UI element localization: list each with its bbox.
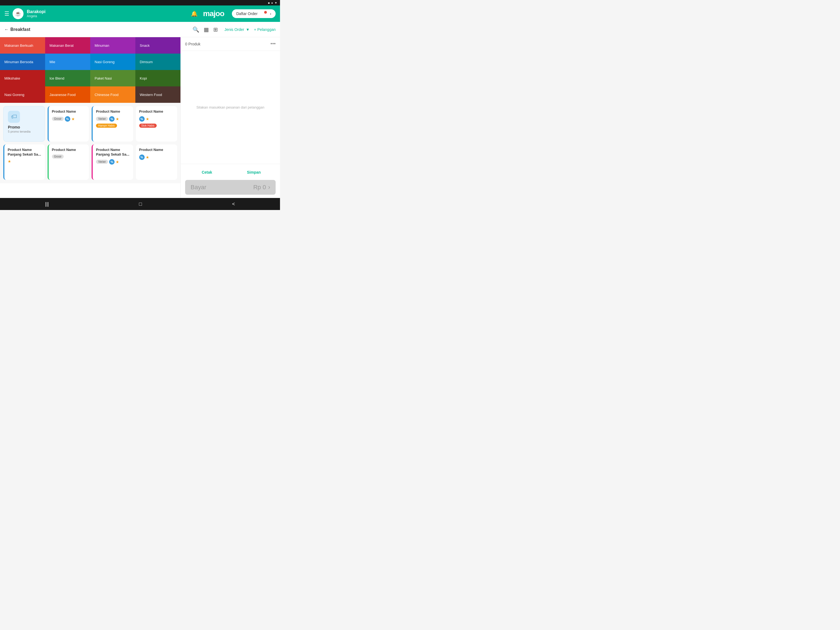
product-card-6[interactable]: Product Name Panjang Sekali Sa... Varian… <box>92 144 133 180</box>
category-grid: Makanan Berkuah Makanan Berat Minuman Sn… <box>0 37 180 103</box>
category-makanan-berat[interactable]: Makanan Berat <box>45 37 90 54</box>
product-badges-1: Grosir % ★ <box>52 116 86 122</box>
jenis-order-label: Jenis Order <box>224 27 244 32</box>
product-badges-4: ★ <box>8 159 41 164</box>
star-icon-6: ★ <box>116 160 119 164</box>
product-card-5[interactable]: Product Name Grosir <box>47 144 89 180</box>
category-western-food[interactable]: Western Food <box>135 87 180 103</box>
bell-icon[interactable]: 🔔 <box>191 10 198 17</box>
category-chinesse-food[interactable]: Chinesse Food <box>90 87 135 103</box>
star-icon-3: ★ <box>146 117 149 121</box>
product-name-6: Product Name Panjang Sekali Sa... <box>96 148 130 157</box>
star-icon-7: ★ <box>146 155 149 159</box>
category-minuman-bersoda[interactable]: Minuman Bersoda <box>0 54 45 70</box>
bottom-nav: ||| □ < <box>0 198 280 210</box>
promo-card[interactable]: 🏷 Promo 5 promo tersedia <box>3 106 45 142</box>
jenis-order-dropdown-icon: ▼ <box>246 27 249 32</box>
brand-sub: Angela <box>27 14 46 18</box>
promo-subtitle: 5 promo tersedia <box>8 130 31 133</box>
badge-grosir-5: Grosir <box>52 155 64 159</box>
order-count: 0 Produk <box>185 42 201 46</box>
menu-icon[interactable]: ☰ <box>5 10 9 17</box>
back-button[interactable]: ← Breakfast <box>5 27 30 32</box>
category-javanesse-food[interactable]: Javanesse Food <box>45 87 90 103</box>
products-grid: 🏷 Promo 5 promo tersedia Product Name Gr… <box>3 106 177 180</box>
discount-icon-2: % <box>109 116 115 122</box>
status-bar: ■ ● ▼ <box>0 0 280 5</box>
status-icon-2: ● <box>271 2 273 5</box>
back-icon: ← <box>5 27 9 32</box>
star-icon-4: ★ <box>8 159 11 164</box>
order-empty-message: Silakan masukkan pesanan dari pelanggan <box>181 51 280 164</box>
order-notification-dot <box>264 11 267 14</box>
order-btn-label: Daftar Order <box>236 11 257 16</box>
majoo-logo: majoo <box>203 9 224 18</box>
left-panel: Makanan Berkuah Makanan Berat Minuman Sn… <box>0 37 180 198</box>
main-content: Makanan Berkuah Makanan Berat Minuman Sn… <box>0 37 280 198</box>
order-footer: Cetak Simpan Bayar Rp 0 › <box>181 164 280 198</box>
brand-name: Barakopi <box>27 9 46 14</box>
category-makanan-berkuah[interactable]: Makanan Berkuah <box>0 37 45 54</box>
bayar-chevron-icon: › <box>268 184 270 191</box>
badge-varian-6: Varian <box>96 160 108 164</box>
home-icon[interactable]: □ <box>139 201 142 207</box>
cetak-button[interactable]: Cetak <box>185 167 229 177</box>
recents-icon[interactable]: ||| <box>45 201 49 207</box>
category-minuman[interactable]: Minuman <box>90 37 135 54</box>
add-icon: + <box>254 27 256 32</box>
category-nasi-goreng-1[interactable]: Nasi Goreng <box>90 54 135 70</box>
product-badges-2: Varian % ★ <box>96 116 130 122</box>
add-pelanggan-button[interactable]: + Pelanggan <box>254 27 276 32</box>
header-action-icons: 🔍 ▦ ⊞ <box>193 26 218 33</box>
jenis-order-button[interactable]: Jenis Order ▼ <box>224 27 249 32</box>
order-header: 0 Produk ••• <box>181 37 280 51</box>
badge-varian-2: Varian <box>96 117 108 121</box>
product-name-2: Product Name <box>96 109 130 114</box>
daftar-order-button[interactable]: Daftar Order › <box>232 9 276 18</box>
product-badges-3: % ★ <box>139 116 174 122</box>
category-milkshake[interactable]: Milkshake <box>0 70 45 87</box>
discount-icon-6: % <box>109 159 115 164</box>
search-icon[interactable]: 🔍 <box>193 26 199 33</box>
header: ☰ ☕ Barakopi Angela 🔔 majoo Daftar Order… <box>0 5 280 22</box>
category-paket-nasi[interactable]: Paket Nasi <box>90 70 135 87</box>
back-nav-icon[interactable]: < <box>232 201 235 207</box>
product-card-3[interactable]: Product Name % ★ Stok Habis <box>136 106 177 142</box>
discount-icon-3: % <box>139 116 145 122</box>
product-badges-7: % ★ <box>139 155 174 160</box>
star-icon-2: ★ <box>116 117 119 121</box>
bayar-amount: Rp 0 › <box>253 184 270 191</box>
product-card-2[interactable]: Product Name Varian % ★ Hampir Habis <box>92 106 133 142</box>
status-icon-1: ■ <box>268 2 270 5</box>
page-title: Breakfast <box>10 27 30 32</box>
brand-logo: ☕ <box>13 8 24 19</box>
product-card-1[interactable]: Product Name Grosir % ★ <box>47 106 89 142</box>
stok-habis-badge-3: Stok Habis <box>139 123 157 128</box>
promo-icon: 🏷 <box>8 111 20 123</box>
product-name-7: Product Name <box>139 148 174 152</box>
pelanggan-label: Pelanggan <box>257 27 276 32</box>
product-card-4[interactable]: Product Name Panjang Sekali Sa... ★ <box>3 144 45 180</box>
sub-header: ← Breakfast 🔍 ▦ ⊞ Jenis Order ▼ + Pelang… <box>0 22 280 37</box>
order-controls: Jenis Order ▼ + Pelanggan <box>224 27 276 32</box>
category-mie[interactable]: Mie <box>45 54 90 70</box>
category-ice-blend[interactable]: Ice Blend <box>45 70 90 87</box>
category-kopi[interactable]: Kopi <box>135 70 180 87</box>
right-panel: 0 Produk ••• Silakan masukkan pesanan da… <box>180 37 280 198</box>
hampir-habis-badge-2: Hampir Habis <box>96 123 117 128</box>
product-card-7[interactable]: Product Name % ★ <box>136 144 177 180</box>
product-badges-5: Grosir <box>52 155 86 159</box>
brand-info: Barakopi Angela <box>27 9 46 18</box>
order-more-icon[interactable]: ••• <box>270 41 276 47</box>
category-snack[interactable]: Snack <box>135 37 180 54</box>
product-name-1: Product Name <box>52 109 86 114</box>
bayar-button[interactable]: Bayar Rp 0 › <box>185 180 276 195</box>
category-dimsum[interactable]: Dimsum <box>135 54 180 70</box>
category-nasi-goreng-2[interactable]: Nasi Goreng <box>0 87 45 103</box>
simpan-button[interactable]: Simpan <box>232 167 276 177</box>
discount-icon-1: % <box>65 116 70 122</box>
tag-icon: 🏷 <box>11 113 17 120</box>
product-badges-6: Varian % ★ <box>96 159 130 164</box>
barcode-icon[interactable]: ▦ <box>204 26 209 33</box>
grid-icon[interactable]: ⊞ <box>213 26 218 33</box>
